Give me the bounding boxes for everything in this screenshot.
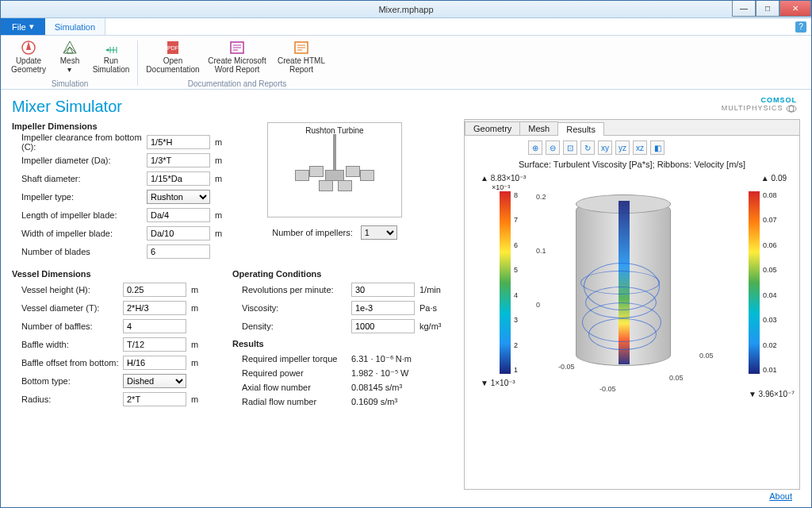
torque-value: 6.31 · 10⁻⁶ N·m	[351, 354, 412, 364]
axial-value: 0.08145 s/m³	[351, 383, 402, 392]
vessel-diameter-input[interactable]	[123, 301, 186, 315]
viscosity-input[interactable]	[351, 301, 415, 315]
colorbar-viscosity: 87654321	[500, 191, 511, 374]
svg-text:PDF: PDF	[167, 45, 178, 51]
blade-length-input[interactable]	[147, 208, 210, 222]
file-menu[interactable]: File ▾	[1, 18, 45, 35]
vessel-3d-render	[544, 183, 703, 390]
rpm-input[interactable]	[351, 283, 415, 297]
shaft-diameter-input[interactable]	[147, 171, 210, 186]
visualization-panel: Geometry Mesh Results ⊕ ⊖ ⊡ ↻ xy yz xz ◧	[464, 119, 800, 490]
app-title: Mixer Simulator	[12, 98, 800, 116]
maximize-button[interactable]: □	[756, 1, 779, 17]
svg-point-6	[789, 106, 794, 112]
result-tabs: Geometry Mesh Results	[465, 120, 799, 136]
app-window: Mixer.mphapp — □ ✕ File ▾ Simulation ? U…	[0, 0, 812, 508]
about-link[interactable]: About	[769, 491, 792, 501]
content: Mixer Simulator COMSOL MULTIPHYSICS Impe…	[1, 90, 811, 507]
compass-icon	[20, 39, 37, 56]
zoom-in-icon[interactable]: ⊕	[528, 140, 542, 155]
pdf-icon: PDF	[164, 39, 182, 56]
impeller-diameter-input[interactable]	[147, 153, 210, 167]
mesh-button[interactable]: Mesh▾	[50, 37, 90, 75]
minimize-button[interactable]: —	[732, 1, 756, 17]
menubar: File ▾ Simulation ?	[1, 18, 811, 36]
blade-width-input[interactable]	[147, 226, 210, 241]
results-heading: Results	[232, 339, 454, 348]
run-icon	[102, 39, 120, 56]
colorbar-velocity: 0.080.070.060.050.040.030.020.01	[749, 191, 760, 374]
ribbon: Update Geometry Mesh▾ Run Simulation Sim…	[1, 36, 811, 90]
close-button[interactable]: ✕	[779, 1, 811, 17]
impeller-heading: Impeller Dimensions	[12, 121, 250, 131]
svg-point-5	[787, 106, 796, 112]
footer: About	[12, 490, 800, 502]
plot-3d[interactable]: ⊕ ⊖ ⊡ ↻ xy yz xz ◧ Surface: Turbulent Vi…	[465, 136, 799, 489]
open-documentation-button[interactable]: PDF Open Documentation	[144, 37, 201, 75]
rotate-icon[interactable]: ↻	[580, 140, 595, 155]
vessel-heading: Vessel Dimensions	[12, 269, 218, 279]
density-input[interactable]	[351, 319, 415, 333]
camera-icon[interactable]: ◧	[650, 140, 665, 155]
impeller-clearance-input[interactable]	[147, 135, 210, 149]
run-simulation-button[interactable]: Run Simulation	[91, 37, 131, 75]
mesh-icon	[61, 39, 79, 56]
baffle-offset-input[interactable]	[123, 356, 186, 370]
power-value: 1.982 · 10⁻⁵ W	[351, 368, 408, 379]
view-xy-icon[interactable]: xy	[598, 140, 612, 155]
impeller-type-select[interactable]: Rushton	[147, 190, 210, 204]
update-geometry-button[interactable]: Update Geometry	[9, 37, 48, 75]
zoom-out-icon[interactable]: ⊖	[546, 140, 560, 155]
vessel-height-input[interactable]	[123, 283, 186, 297]
parameters-panel: Impeller Dimensions Impeller clearance f…	[12, 119, 456, 490]
radius-input[interactable]	[123, 392, 186, 406]
num-blades-input[interactable]	[147, 244, 210, 259]
baffle-width-input[interactable]	[123, 337, 186, 352]
window-title: Mixer.mphapp	[378, 5, 433, 14]
zoom-extents-icon[interactable]: ⊡	[563, 140, 577, 155]
turbine-icon	[287, 134, 382, 206]
ribbon-group-documentation: PDF Open Documentation Create Microsoft …	[141, 37, 333, 89]
html-report-button[interactable]: Create HTML Report	[273, 37, 330, 75]
word-report-button[interactable]: Create Microsoft Word Report	[203, 37, 271, 75]
brand-logo: COMSOL MULTIPHYSICS	[722, 96, 797, 113]
plot-toolbar: ⊕ ⊖ ⊡ ↻ xy yz xz ◧	[528, 140, 665, 155]
tab-simulation[interactable]: Simulation	[45, 18, 105, 35]
view-yz-icon[interactable]: yz	[615, 140, 630, 155]
num-impellers-select[interactable]: 1	[361, 225, 397, 240]
bottom-type-select[interactable]: Dished	[123, 374, 186, 388]
word-icon	[228, 39, 246, 56]
ribbon-group-simulation: Update Geometry Mesh▾ Run Simulation Sim…	[6, 37, 134, 89]
tab-results[interactable]: Results	[557, 122, 604, 136]
impeller-diagram: Rushton Turbine	[267, 122, 402, 217]
chevron-down-icon: ▾	[29, 21, 34, 32]
plot-title: Surface: Turbulent Viscosity [Pa*s]; Rib…	[465, 160, 799, 169]
window-controls: — □ ✕	[732, 1, 811, 18]
tab-geometry[interactable]: Geometry	[465, 121, 520, 135]
tab-mesh[interactable]: Mesh	[519, 121, 558, 135]
num-baffles-input[interactable]	[123, 319, 186, 333]
operating-heading: Operating Conditions	[232, 269, 454, 279]
view-xz-icon[interactable]: xz	[633, 140, 647, 155]
titlebar: Mixer.mphapp — □ ✕	[1, 1, 811, 18]
radial-value: 0.1609 s/m³	[351, 397, 397, 406]
help-button[interactable]: ?	[795, 21, 806, 33]
html-icon	[293, 39, 310, 56]
